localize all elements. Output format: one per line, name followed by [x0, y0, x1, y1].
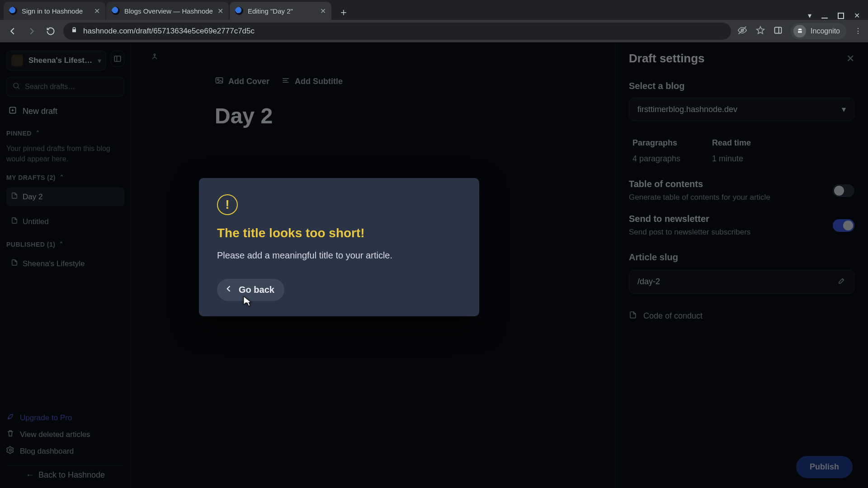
reload-button[interactable]	[44, 25, 57, 38]
chevron-down-icon[interactable]: ▾	[808, 11, 811, 20]
lock-icon	[71, 26, 78, 36]
incognito-label: Incognito	[811, 27, 840, 35]
modal-body: Please add a meaningful title to your ar…	[217, 250, 461, 261]
go-back-label: Go back	[239, 285, 274, 295]
browser-tabstrip: Sign in to Hashnode ✕ Blogs Overview — H…	[0, 0, 868, 20]
address-bar[interactable]: hashnode.com/draft/65713634e5ce69e2777c7…	[63, 23, 731, 40]
warning-icon: !	[217, 194, 238, 215]
tab-title: Sign in to Hashnode	[22, 7, 90, 15]
incognito-icon	[793, 25, 806, 38]
incognito-indicator[interactable]: Incognito	[791, 23, 846, 39]
eye-off-icon[interactable]	[737, 25, 747, 37]
chevron-left-icon	[224, 284, 233, 296]
back-button[interactable]	[6, 25, 19, 38]
browser-tab[interactable]: Sign in to Hashnode ✕	[4, 2, 105, 20]
star-icon[interactable]	[755, 25, 765, 37]
go-back-button[interactable]: Go back	[217, 279, 284, 301]
hashnode-favicon	[9, 7, 17, 15]
browser-toolbar: hashnode.com/draft/65713634e5ce69e2777c7…	[0, 20, 868, 42]
maximize-icon[interactable]	[838, 13, 844, 19]
panel-icon[interactable]	[774, 26, 783, 37]
url-text: hashnode.com/draft/65713634e5ce69e2777c7…	[83, 27, 724, 36]
tab-title: Blogs Overview — Hashnode	[124, 7, 213, 15]
app-root: Sheena's Lifest… ▾ Search drafts… New dr…	[0, 42, 868, 488]
window-controls: ▾ ✕	[808, 11, 864, 20]
forward-button[interactable]	[25, 25, 38, 38]
close-icon[interactable]: ✕	[320, 7, 326, 15]
svg-rect-1	[838, 13, 844, 19]
browser-tab[interactable]: Blogs Overview — Hashnode ✕	[106, 2, 229, 20]
new-tab-button[interactable]: ＋	[336, 5, 351, 20]
close-icon[interactable]: ✕	[217, 7, 223, 15]
title-warning-modal: ! The title looks too short! Please add …	[199, 178, 479, 316]
minimize-icon[interactable]	[821, 13, 828, 19]
hashnode-favicon	[235, 7, 243, 15]
tab-title: Editing "Day 2"	[248, 7, 316, 15]
svg-rect-0	[821, 18, 828, 19]
svg-rect-4	[775, 27, 782, 33]
browser-tab-active[interactable]: Editing "Day 2" ✕	[230, 2, 331, 20]
kebab-menu-icon[interactable]: ⋮	[854, 27, 862, 35]
modal-title: The title looks too short!	[217, 226, 461, 240]
close-icon[interactable]: ✕	[94, 7, 100, 15]
hashnode-favicon	[112, 7, 120, 15]
window-close-icon[interactable]: ✕	[854, 11, 860, 20]
